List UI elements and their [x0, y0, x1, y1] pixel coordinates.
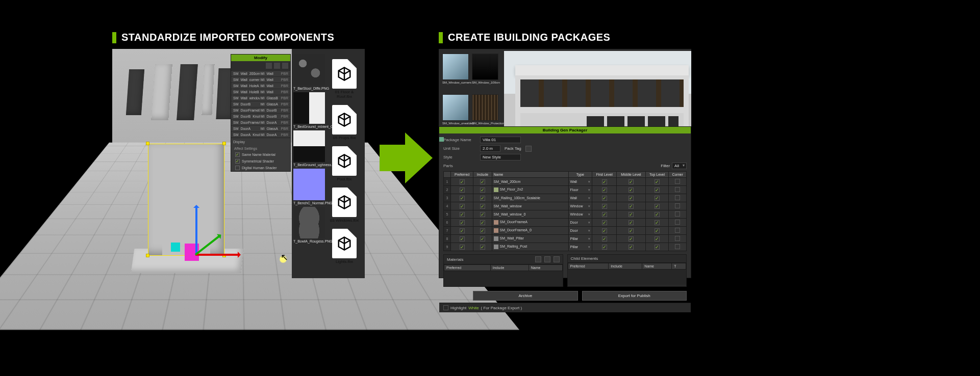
parts-row[interactable]: 1SM_Wall_200cmWall [444, 178, 687, 186]
checkbox[interactable] [629, 179, 634, 184]
parts-row[interactable]: 2SM_Floor_2x2Floor [444, 186, 687, 194]
checkbox[interactable] [480, 212, 485, 217]
checkbox[interactable] [655, 204, 660, 209]
checkbox[interactable] [629, 245, 634, 250]
checkbox[interactable] [629, 220, 634, 225]
transform-gizmo[interactable] [176, 207, 222, 268]
texture-thumbnail[interactable]: T_BedGround_mbient_Occlun.PNG [293, 92, 325, 128]
asset-thumbnail[interactable]: SM_Window_100cm [472, 53, 498, 84]
highlight-checkbox[interactable] [443, 305, 448, 310]
checkbox[interactable] [655, 220, 660, 225]
material-row[interactable]: SM_Wall_cornerMI_WallPBR [231, 76, 290, 83]
checkbox[interactable] [655, 245, 660, 250]
checkbox[interactable] [655, 228, 660, 233]
parts-row[interactable]: 4SM_Wall_windowWindow [444, 202, 687, 210]
pack-tag-button[interactable] [525, 146, 532, 152]
checkbox[interactable] [480, 220, 485, 225]
checkbox[interactable] [655, 187, 660, 193]
parts-row[interactable]: 6SM_DoorFrameADoor [444, 219, 687, 227]
checkbox[interactable] [480, 196, 485, 201]
type-select[interactable]: Door [570, 229, 590, 233]
fbx-file-item[interactable]: 05 Props.fbx [329, 105, 360, 140]
parts-row[interactable]: 9SM_Railing_PostPillar [444, 243, 687, 251]
checkbox[interactable] [675, 187, 680, 192]
type-select[interactable]: Wall [570, 180, 590, 184]
checkbox[interactable] [460, 179, 465, 184]
checkbox[interactable] [675, 195, 680, 200]
checkbox[interactable] [602, 220, 607, 225]
parts-row[interactable]: 3SM_Railing_100cm_ScalableWall [444, 194, 687, 202]
checkbox[interactable] [655, 179, 660, 184]
checkbox[interactable] [629, 236, 634, 241]
texture-thumbnail[interactable]: T_BedGround_ughness.PNG [293, 130, 325, 167]
type-select[interactable]: Window [570, 212, 590, 217]
filter-select[interactable]: All [672, 163, 687, 169]
asset-thumbnail[interactable]: SM_Window_onealded [442, 94, 469, 125]
materials-btn[interactable] [554, 256, 560, 262]
checkbox[interactable] [675, 236, 680, 241]
parts-row[interactable]: 5SM_Wall_window_0Window [444, 210, 687, 219]
checkbox[interactable] [460, 212, 465, 217]
parts-row[interactable]: 7SM_DoorFrameA_0Door [444, 227, 687, 235]
material-row[interactable]: SM_DoorFrameBMI_DoorBPBR [231, 107, 290, 113]
texture-thumbnail[interactable]: T_BowlA_Rougess.PNG [293, 207, 325, 243]
type-select[interactable]: Floor [570, 188, 590, 192]
modify-checkbox-row[interactable]: ✓Symmetrical Shader [231, 158, 290, 165]
checkbox[interactable] [655, 236, 660, 241]
modify-checkbox-row[interactable]: ✓Same Name Material [231, 151, 290, 158]
checkbox[interactable] [480, 179, 485, 184]
checkbox[interactable] [480, 228, 485, 233]
asset-thumbnail[interactable]: SM_Window_Protection_Floor [472, 94, 498, 125]
style-input[interactable]: New Style [480, 154, 521, 160]
checkbox[interactable] [629, 212, 634, 217]
material-row[interactable]: SM_Wall_HoleAMI_WallPBR [231, 83, 290, 89]
fbx-file-item[interactable]: Pool.fbx [329, 146, 360, 181]
checkbox[interactable] [602, 187, 607, 193]
checkbox[interactable] [602, 204, 607, 209]
material-row[interactable]: SM_DoorBMI_GlassAPBR [231, 101, 290, 107]
checkbox[interactable] [602, 196, 607, 201]
checkbox[interactable] [675, 179, 680, 184]
checkbox[interactable] [675, 211, 680, 217]
material-row[interactable]: SM_DoorFrameAMI_DoorAPBR [231, 119, 290, 125]
checkbox[interactable] [460, 204, 465, 209]
package-name-input[interactable]: Villa 01 [480, 137, 521, 143]
checkbox[interactable] [480, 236, 485, 241]
checkbox[interactable] [602, 212, 607, 217]
fbx-file-item[interactable]: 03 Windows.fbx [329, 187, 360, 223]
type-select[interactable]: Wall [570, 196, 590, 200]
materials-btn[interactable] [544, 256, 550, 262]
archive-button[interactable]: Archive [473, 291, 578, 301]
material-row[interactable]: SM_Wall_HoleBMI_WallPBR [231, 89, 290, 95]
materials-btn[interactable] [535, 256, 541, 262]
type-select[interactable]: Pillar [570, 245, 590, 249]
checkbox[interactable] [629, 204, 634, 209]
texture-thumbnail[interactable]: T_BarStool_Diffe.PNG [293, 54, 325, 90]
modify-tool-icon[interactable] [266, 63, 272, 69]
export-publish-button[interactable]: Export for Publish [582, 291, 687, 301]
checkbox[interactable] [629, 228, 634, 233]
modify-tool-icon[interactable] [274, 63, 280, 69]
gizmo-x-axis[interactable] [195, 254, 239, 256]
unit-size-input[interactable]: 2.0 m [480, 145, 500, 152]
parts-row[interactable]: 8SM_Wall_PillarPillar [444, 235, 687, 243]
checkbox[interactable] [460, 245, 465, 250]
checkbox[interactable] [460, 187, 465, 193]
checkbox[interactable] [629, 187, 634, 193]
material-row[interactable]: SM_Wall_200cmMI_WallPBR [231, 70, 290, 76]
checkbox[interactable] [480, 204, 485, 209]
checkbox[interactable] [675, 228, 680, 233]
fbx-file-item[interactable]: 01 Floor & Roof.fbx [329, 59, 360, 99]
checkbox[interactable] [460, 196, 465, 201]
checkbox[interactable] [480, 187, 485, 193]
modify-tool-icon[interactable] [282, 63, 288, 69]
fbx-file-item[interactable]: Lights.fbx [329, 229, 360, 264]
checkbox[interactable] [655, 212, 660, 217]
checkbox[interactable] [602, 236, 607, 241]
type-select[interactable]: Window [570, 204, 590, 208]
checkbox[interactable] [480, 245, 485, 250]
checkbox[interactable] [602, 245, 607, 250]
checkbox[interactable] [460, 220, 465, 225]
checkbox[interactable] [675, 220, 680, 225]
material-row[interactable]: SM_Wall_windowMI_GlassBPBR [231, 95, 290, 101]
